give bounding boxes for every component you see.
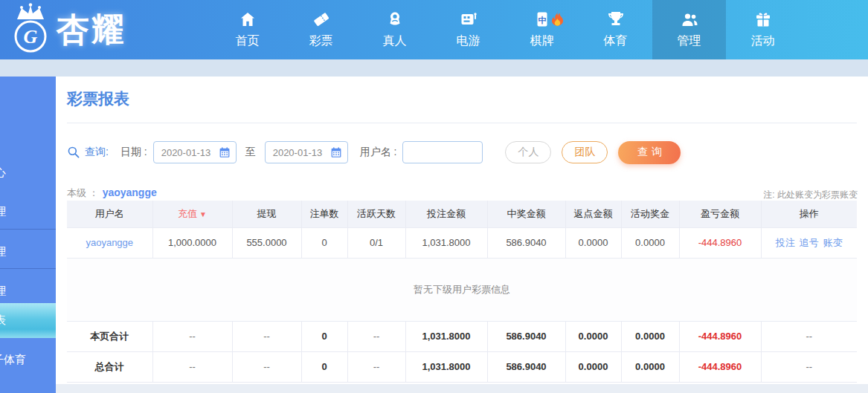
cell-rebate-amount: 0.0000	[565, 227, 621, 258]
ticket-icon	[312, 10, 330, 28]
search-icon	[67, 146, 80, 159]
account-change-note: 注: 此处账变为彩票账变	[763, 189, 858, 201]
page-total-label: 本页合计	[67, 321, 152, 351]
sidebar-item-4[interactable]: 理	[0, 285, 6, 299]
col-active-days: 活跃天数	[347, 201, 405, 227]
table-row-user: yaoyangge 1,000.0000 555.0000 0 0/1 1,03…	[67, 227, 857, 258]
main-panel: 彩票报表 查询: 日期 : 2020-01-13 至 2020-01-13	[56, 77, 868, 384]
query-label: 查询:	[85, 146, 109, 159]
username-link[interactable]: yaoyangge	[86, 237, 133, 248]
action-bet-link[interactable]: 投注	[776, 237, 795, 248]
current-level: 本级 ：yaoyangge	[67, 186, 157, 200]
action-account-change-link[interactable]: 账变	[823, 237, 843, 248]
cell-win-amount: 586.9040	[487, 227, 565, 258]
top-nav: G 杏耀 首页 彩票 真人	[0, 0, 868, 59]
brand-name: 杏耀	[57, 8, 126, 52]
nav-item-sports[interactable]: 体育	[579, 0, 652, 59]
page-title: 彩票报表	[67, 88, 129, 109]
date-to-input[interactable]: 2020-01-13	[265, 141, 348, 163]
level-label: 本级 ：	[67, 187, 99, 198]
nav-item-activity[interactable]: 活动	[726, 0, 800, 59]
sidebar-divider	[0, 229, 56, 230]
sidebar-item-2[interactable]: 理	[0, 205, 6, 219]
nav-item-lottery[interactable]: 彩票	[284, 0, 358, 59]
slot-machine-icon	[460, 10, 478, 28]
trophy-icon	[607, 10, 625, 28]
col-bet-amount: 投注金额	[405, 201, 487, 227]
svg-text:G: G	[24, 26, 38, 48]
nav-item-boardgames[interactable]: 中 棋牌	[505, 0, 579, 59]
cell-withdraw: 555.0000	[232, 227, 301, 258]
main-menu: 首页 彩票 真人	[210, 0, 800, 59]
table-header-row: 用户名 充值▼ 提现 注单数 活跃天数 投注金额 中奖金额 返点金额 活动奖金 …	[67, 201, 857, 227]
date-label: 日期 :	[120, 146, 147, 159]
sidebar-item-esports[interactable]: 子体育	[0, 353, 26, 367]
search-button[interactable]: 查询	[618, 141, 681, 164]
empty-message: 暂无下级用户彩票信息	[67, 258, 857, 321]
grand-total-label: 总合计	[67, 351, 152, 382]
crown-shield-logo-icon: G	[7, 3, 54, 56]
calendar-icon	[219, 146, 231, 158]
col-withdraw: 提现	[232, 201, 301, 227]
hot-flame-icon	[550, 10, 565, 27]
person-icon	[386, 10, 404, 28]
cell-activity-bonus: 0.0000	[621, 227, 679, 258]
mahjong-tile-icon: 中	[533, 10, 551, 28]
nav-item-manage[interactable]: 管理	[652, 0, 726, 59]
sidebar-item-3[interactable]: 理	[0, 245, 6, 259]
col-win-amount: 中奖金额	[487, 201, 565, 227]
date-from-input[interactable]: 2020-01-13	[153, 141, 237, 163]
col-actions: 操作	[761, 201, 857, 227]
table-row-empty: 暂无下级用户彩票信息	[67, 258, 857, 321]
title-divider	[67, 123, 857, 123]
subnav-strip	[0, 59, 868, 77]
nav-item-egames[interactable]: 电游	[431, 0, 505, 59]
table-row-page-total: 本页合计 -- -- 0 -- 1,031.8000 586.9040 0.00…	[67, 321, 857, 351]
cell-bet-amount: 1,031.8000	[405, 227, 487, 258]
sidebar-item-1[interactable]: 心	[0, 166, 6, 180]
col-username: 用户名	[67, 201, 152, 227]
nav-item-home[interactable]: 首页	[210, 0, 284, 59]
cell-bet-count: 0	[301, 227, 347, 258]
col-rebate-amount: 返点金额	[565, 201, 621, 227]
table-row-grand-total: 总合计 -- -- 0 -- 1,031.8000 586.9040 0.000…	[67, 351, 857, 382]
date-to-label: 至	[245, 146, 256, 159]
svg-text:中: 中	[538, 16, 546, 25]
team-button[interactable]: 团队	[562, 141, 608, 163]
col-profit-loss: 盈亏金额	[679, 201, 761, 227]
cell-recharge: 1,000.0000	[152, 227, 232, 258]
username-input[interactable]	[402, 141, 483, 163]
sidebar-item-report-active[interactable]: 表	[0, 303, 56, 338]
gift-icon	[754, 10, 772, 28]
home-icon	[239, 10, 257, 28]
col-activity-bonus: 活动奖金	[621, 201, 679, 227]
level-user-link[interactable]: yaoyangge	[103, 186, 157, 198]
col-recharge-sortable[interactable]: 充值▼	[152, 201, 232, 227]
personal-button[interactable]: 个人	[505, 141, 551, 163]
calendar-icon	[330, 146, 342, 158]
users-icon	[681, 10, 698, 28]
username-label: 用户名 :	[360, 146, 397, 159]
cell-profit-loss: -444.8960	[679, 227, 761, 258]
sort-desc-icon: ▼	[199, 210, 207, 218]
lottery-report-table: 用户名 充值▼ 提现 注单数 活跃天数 投注金额 中奖金额 返点金额 活动奖金 …	[67, 201, 857, 383]
col-bet-count: 注单数	[301, 201, 347, 227]
query-bar: 查询: 日期 : 2020-01-13 至 2020-01-13	[67, 140, 681, 164]
sidebar-divider	[0, 268, 56, 269]
cell-actions: 投注追号账变	[761, 227, 857, 258]
action-chase-link[interactable]: 追号	[800, 237, 819, 248]
nav-item-live[interactable]: 真人	[358, 0, 431, 59]
brand-logo[interactable]: G 杏耀	[7, 3, 126, 56]
cell-active-days: 0/1	[347, 227, 405, 258]
sidebar: 心 理 理 理 表 子体育	[0, 77, 56, 393]
